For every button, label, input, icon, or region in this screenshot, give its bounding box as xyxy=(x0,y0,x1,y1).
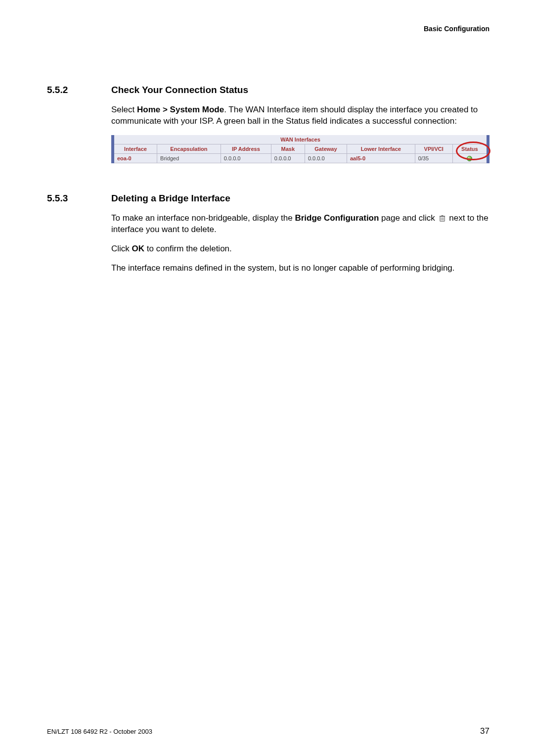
col-gateway: Gateway xyxy=(305,144,347,153)
page-number: 37 xyxy=(480,726,490,736)
col-interface: Interface xyxy=(113,144,157,153)
nav-path: Home > System Mode xyxy=(137,105,224,114)
col-lower-interface: Lower Interface xyxy=(347,144,415,153)
paragraph: Select Home > System Mode. The WAN Inter… xyxy=(111,104,490,127)
ok-label: OK xyxy=(132,244,145,253)
cell-status xyxy=(452,153,488,163)
col-encapsulation: Encapsulation xyxy=(157,144,221,153)
footer-doc-id: EN/LZT 108 6492 R2 - October 2003 xyxy=(47,728,152,735)
svg-rect-1 xyxy=(439,216,445,217)
paragraph: Click OK to confirm the deletion. xyxy=(111,243,490,255)
table-row: eoa-0 Bridged 0.0.0.0 0.0.0.0 0.0.0.0 aa… xyxy=(113,153,488,163)
section-title-553: Deleting a Bridge Interface xyxy=(111,193,490,204)
table-title: WAN Interfaces xyxy=(113,135,488,144)
table-header-row: Interface Encapsulation IP Address Mask … xyxy=(113,144,488,153)
status-ball-green-icon xyxy=(467,156,472,161)
cell-lower-interface[interactable]: aal5-0 xyxy=(347,153,415,163)
col-mask: Mask xyxy=(271,144,305,153)
bridge-config-label: Bridge Configuration xyxy=(295,213,379,223)
section-number-553: 5.5.3 xyxy=(47,193,111,204)
cell-vpi-vci: 0/35 xyxy=(415,153,452,163)
svg-rect-2 xyxy=(441,215,443,216)
text: To make an interface non-bridgeable, dis… xyxy=(111,213,295,223)
header-chapter: Basic Configuration xyxy=(47,25,490,33)
text: page and click xyxy=(379,213,437,223)
cell-ip: 0.0.0.0 xyxy=(221,153,271,163)
wan-interfaces-table: WAN Interfaces Interface Encapsulation I… xyxy=(111,135,490,164)
paragraph: To make an interface non-bridgeable, dis… xyxy=(111,213,490,236)
col-vpi-vci: VPI/VCI xyxy=(415,144,452,153)
text: Select xyxy=(111,105,137,114)
cell-encapsulation: Bridged xyxy=(157,153,221,163)
cell-gateway: 0.0.0.0 xyxy=(305,153,347,163)
cell-interface[interactable]: eoa-0 xyxy=(113,153,157,163)
text: Click xyxy=(111,244,132,253)
section-number-552: 5.5.2 xyxy=(47,85,111,95)
cell-mask: 0.0.0.0 xyxy=(271,153,305,163)
text: to confirm the deletion. xyxy=(144,244,232,253)
paragraph: The interface remains defined in the sys… xyxy=(111,263,490,274)
trash-icon xyxy=(439,215,446,222)
section-title-552: Check Your Connection Status xyxy=(111,85,490,95)
col-status: Status xyxy=(452,144,488,153)
wan-interfaces-table-container: WAN Interfaces Interface Encapsulation I… xyxy=(111,135,490,164)
col-ip-address: IP Address xyxy=(221,144,271,153)
